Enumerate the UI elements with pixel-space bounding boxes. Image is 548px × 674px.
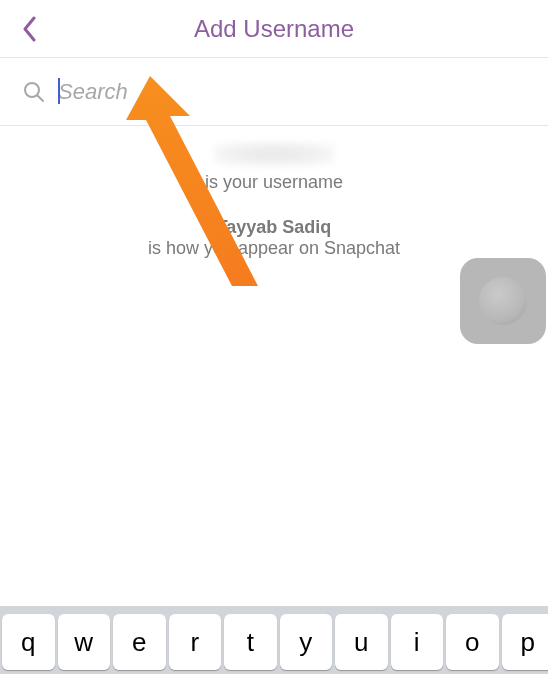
text-cursor — [58, 78, 60, 104]
search-input[interactable] — [58, 79, 526, 105]
header-bar: Add Username — [0, 0, 548, 58]
key-w[interactable]: w — [58, 614, 111, 670]
display-name-label: is how you appear on Snapchat — [0, 238, 548, 259]
username-label: is your username — [0, 172, 548, 193]
display-name: Tayyab Sadiq — [0, 217, 548, 238]
key-r[interactable]: r — [169, 614, 222, 670]
key-p[interactable]: p — [502, 614, 549, 670]
svg-line-1 — [38, 95, 44, 101]
assistive-touch-icon — [479, 277, 527, 325]
assistive-touch-button[interactable] — [460, 258, 546, 344]
search-icon — [22, 80, 46, 104]
content-area: is your username Tayyab Sadiq is how you… — [0, 126, 548, 259]
key-i[interactable]: i — [391, 614, 444, 670]
page-title: Add Username — [0, 15, 548, 43]
key-y[interactable]: y — [280, 614, 333, 670]
back-button[interactable] — [16, 15, 44, 43]
key-t[interactable]: t — [224, 614, 277, 670]
key-u[interactable]: u — [335, 614, 388, 670]
username-blurred — [214, 142, 334, 166]
keyboard: q w e r t y u i o p — [0, 606, 548, 674]
chevron-left-icon — [22, 16, 38, 42]
search-bar[interactable] — [0, 58, 548, 126]
key-o[interactable]: o — [446, 614, 499, 670]
key-e[interactable]: e — [113, 614, 166, 670]
key-q[interactable]: q — [2, 614, 55, 670]
